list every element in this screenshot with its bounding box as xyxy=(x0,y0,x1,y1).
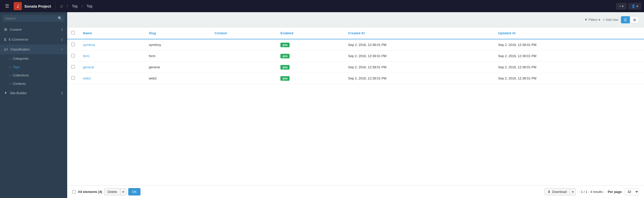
classification-icon: 🏷 xyxy=(4,47,8,52)
filter-icon: ▼ xyxy=(584,18,588,22)
app-title: Sonata Project xyxy=(24,4,51,8)
ok-button[interactable]: OK xyxy=(128,188,141,195)
select-all-checkbox[interactable] xyxy=(71,31,75,35)
row3-name-link[interactable]: general xyxy=(83,65,94,69)
download-icon: ⬇ xyxy=(548,190,550,194)
row4-name-link[interactable]: web2 xyxy=(83,76,91,80)
row2-checkbox[interactable] xyxy=(71,54,75,57)
row1-checkbox-cell xyxy=(67,39,79,51)
row3-checkbox-cell xyxy=(67,62,79,73)
sidebar-item-contexts[interactable]: » Contexts xyxy=(0,79,67,88)
row3-checkbox[interactable] xyxy=(71,65,75,69)
header-checkbox-col xyxy=(67,27,79,39)
row2-enabled: yes xyxy=(276,51,344,62)
navbar-right: + ▾ 👤 ▾ xyxy=(616,3,641,9)
main-layout: 🔍 ⊞ Content ❮ $ E-Commerce ❮ 🏷 xyxy=(0,12,644,198)
col-enabled[interactable]: Enabled xyxy=(276,27,344,39)
sidebar-item-ecommerce-label: E-Commerce xyxy=(9,38,28,41)
row4-enabled: yes xyxy=(276,73,344,84)
navbar-divider xyxy=(56,2,56,10)
row4-checkbox-cell xyxy=(67,73,79,84)
sidebar-item-content[interactable]: ⊞ Content ❮ xyxy=(0,24,67,35)
row2-name-link[interactable]: form xyxy=(83,54,90,58)
sidebar-item-content-label: Content xyxy=(10,28,22,31)
row1-checkbox[interactable] xyxy=(71,43,75,46)
content-area: ▼ Filters ▾ + Add new ☰ ⊞ Nam xyxy=(67,12,644,198)
sidebar: 🔍 ⊞ Content ❮ $ E-Commerce ❮ 🏷 xyxy=(0,12,67,198)
table-head: Name Slug Context Enabled Created At Upd… xyxy=(67,27,644,39)
col-name[interactable]: Name xyxy=(79,27,145,39)
download-dropdown-button[interactable]: ▾ xyxy=(570,188,576,195)
row2-name: form xyxy=(79,51,145,62)
row3-enabled: yes xyxy=(276,62,344,73)
tags-bullet: » xyxy=(9,65,11,69)
delete-button[interactable]: Delete xyxy=(104,188,120,195)
row1-slug: symfony xyxy=(145,39,211,51)
row1-name-link[interactable]: symfony xyxy=(83,43,95,47)
view-grid-button[interactable]: ⊞ xyxy=(630,16,639,23)
user-button[interactable]: 👤 ▾ xyxy=(629,3,641,9)
col-slug[interactable]: Slug xyxy=(145,27,211,39)
delete-dropdown-button[interactable]: ▾ xyxy=(120,188,126,195)
navbar-left: ☰ ♩ Sonata Project ⌂ / Tag / Tag xyxy=(3,2,92,10)
sidebar-item-tags[interactable]: » Tags xyxy=(0,63,67,71)
hamburger-button[interactable]: ☰ xyxy=(3,2,11,10)
bottom-bar-left: All elements (4) Delete ▾ OK xyxy=(72,188,140,195)
view-toggle: ☰ ⊞ xyxy=(621,16,639,23)
row3-slug: general xyxy=(145,62,211,73)
add-button[interactable]: + ▾ xyxy=(616,3,627,9)
row2-updated-at: Sep 2, 2016, 12:38:01 PM xyxy=(494,51,644,62)
home-icon[interactable]: ⌂ xyxy=(60,4,63,8)
sidebar-item-collections[interactable]: » Collections xyxy=(0,71,67,79)
row2-slug: form xyxy=(145,51,211,62)
contexts-bullet: » xyxy=(9,82,11,85)
table-body: symfony symfony yes Sep 2, 2016, 12:38:0… xyxy=(67,39,644,84)
ecommerce-icon: $ xyxy=(4,37,6,42)
table-row: general general yes Sep 2, 2016, 12:38:0… xyxy=(67,62,644,73)
table-row: symfony symfony yes Sep 2, 2016, 12:38:0… xyxy=(67,39,644,51)
add-new-button[interactable]: + Add new xyxy=(603,18,618,22)
search-box: 🔍 xyxy=(3,15,65,22)
per-page-select[interactable]: 32 64 128 xyxy=(625,188,639,195)
content-arrow: ❮ xyxy=(61,28,63,31)
row4-updated-at: Sep 2, 2016, 12:38:01 PM xyxy=(494,73,644,84)
breadcrumb-sep-2: / xyxy=(82,4,83,8)
row3-created-at: Sep 2, 2016, 12:38:01 PM xyxy=(344,62,494,73)
sidebar-item-site-builder[interactable]: ✦ Site Builder ❮ xyxy=(0,88,67,98)
sidebar-item-classification[interactable]: 🏷 Classification ∨ xyxy=(0,44,67,54)
filters-label: Filters xyxy=(589,18,598,22)
row1-created-at: Sep 2, 2016, 12:38:01 PM xyxy=(344,39,494,51)
row4-checkbox[interactable] xyxy=(71,76,75,80)
top-navbar: ☰ ♩ Sonata Project ⌂ / Tag / Tag + ▾ 👤 ▾ xyxy=(0,0,644,12)
filters-chevron: ▾ xyxy=(599,18,600,22)
col-created-at[interactable]: Created At xyxy=(344,27,494,39)
sidebar-item-contexts-label: Contexts xyxy=(13,82,26,86)
sidebar-item-classification-label: Classification xyxy=(10,47,30,51)
row3-updated-at: Sep 2, 2016, 12:38:01 PM xyxy=(494,62,644,73)
sidebar-item-ecommerce[interactable]: $ E-Commerce ❮ xyxy=(0,35,67,44)
col-updated-at[interactable]: Updated At xyxy=(494,27,644,39)
row4-name: web2 xyxy=(79,73,145,84)
per-page-label: Per page xyxy=(608,190,622,194)
search-input[interactable] xyxy=(5,16,56,20)
all-elements-label: All elements (4) xyxy=(78,190,102,194)
row4-context xyxy=(211,73,277,84)
bottom-select-all-checkbox[interactable] xyxy=(72,190,76,194)
filters-button[interactable]: ▼ Filters ▾ xyxy=(584,18,600,22)
content-icon: ⊞ xyxy=(4,27,7,32)
col-context[interactable]: Context xyxy=(211,27,277,39)
sidebar-item-categories-label: Categories xyxy=(13,57,29,60)
row1-updated-at: Sep 2, 2016, 12:38:01 PM xyxy=(494,39,644,51)
sidebar-item-categories[interactable]: » Categories xyxy=(0,54,67,63)
table-header-row: Name Slug Context Enabled Created At Upd… xyxy=(67,27,644,39)
categories-bullet: » xyxy=(9,57,11,60)
view-list-button[interactable]: ☰ xyxy=(621,16,630,23)
download-button[interactable]: ⬇ Download xyxy=(544,188,570,195)
row2-enabled-badge: yes xyxy=(280,54,290,58)
add-new-label: + Add new xyxy=(603,18,618,22)
data-table: Name Slug Context Enabled Created At Upd… xyxy=(67,27,644,84)
row4-created-at: Sep 2, 2016, 12:38:01 PM xyxy=(344,73,494,84)
app-logo: ♩ xyxy=(14,2,22,10)
breadcrumb-sep-1: / xyxy=(67,4,68,8)
download-label: Download xyxy=(552,190,567,194)
